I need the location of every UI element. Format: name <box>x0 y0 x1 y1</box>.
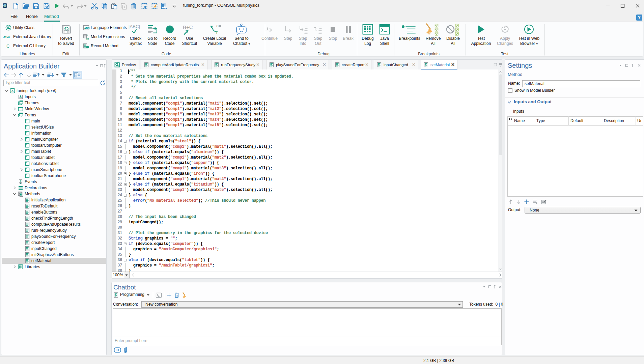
svg-text:Java: Java <box>3 35 10 39</box>
svg-text:B+C: B+C <box>183 24 193 30</box>
svg-text:a=: a= <box>86 37 89 41</box>
svg-text:C: C <box>6 44 9 49</box>
svg-text:T: T <box>216 30 218 35</box>
svg-text:A: A <box>11 89 14 93</box>
svg-text:ABC: ABC <box>84 27 90 30</box>
svg-text:[ABC]: [ABC] <box>129 24 140 29</box>
svg-text:a=: a= <box>216 23 221 28</box>
